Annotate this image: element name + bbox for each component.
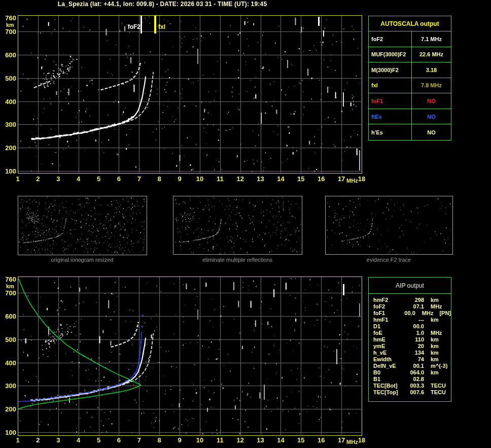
autoscala-row-label: ftEs [369, 109, 412, 124]
aip-unit: m^(-3) [431, 363, 447, 369]
x-tick-label: 5 [93, 175, 105, 183]
x-tick-label: 13 [255, 175, 267, 183]
foF2-marker-label: foF2 [125, 23, 141, 30]
y-tick-label: 400 [1, 98, 16, 106]
x-tick-label: 8 [153, 175, 165, 183]
aip-value: 110 [407, 336, 424, 343]
aip-row-h-ve: h_vE134km [369, 350, 451, 356]
x-tick-label: 1 [12, 436, 24, 444]
aip-row-fof1: foF100.0MHz[PN] [369, 310, 451, 317]
aip-row-hmf2: hmF2298km [369, 297, 451, 303]
x-axis-unit-label: MHz [346, 439, 358, 445]
aip-unit: MHz [431, 303, 442, 310]
aip-extra: [PN] [439, 310, 451, 317]
aip-row-d1: D100.0 [369, 323, 451, 330]
x-tick-label: 8 [153, 436, 165, 444]
autoscala-row-fxi: fxI7.8 MHz [369, 78, 451, 94]
aip-unit: km [431, 336, 439, 343]
aip-label: hmE [373, 336, 407, 343]
y-tick-label: 700 [1, 289, 16, 297]
x-tick-label: 3 [52, 175, 64, 183]
aip-value: 064.0 [407, 369, 424, 376]
x-tick-label: 6 [113, 175, 125, 183]
x-tick-label: 14 [274, 436, 287, 444]
autoscala-row-value: NO [412, 93, 451, 109]
y-axis-unit-label: km [6, 22, 14, 28]
autoscala-row-m-3000-f2: M(3000)F23.18 [369, 62, 451, 78]
aip-value: 003.3 [407, 383, 424, 389]
aip-unit: TECU [431, 389, 446, 396]
autoscala-row-label: M(3000)F2 [369, 62, 412, 78]
autoscala-row-h-es: h'EsNO [369, 124, 451, 140]
y-tick-label: 600 [1, 313, 16, 320]
y-tick-label: 760 [1, 14, 16, 22]
aip-value: --- [407, 317, 424, 323]
autoscala-row-value: 3.18 [412, 62, 451, 78]
autoscala-row-value: NO [412, 124, 451, 140]
x-tick-label: 10 [194, 175, 206, 183]
autoscala-output-table: AUTOSCALA output foF27.1 MHzMUF(3000)F22… [368, 16, 451, 141]
aip-value: 134 [407, 350, 424, 356]
x-tick-label: 10 [194, 436, 206, 444]
autoscala-row-fof1: foF1NO [369, 93, 451, 109]
aip-label: foF2 [373, 303, 407, 310]
y-tick-label: 500 [1, 336, 16, 343]
x-tick-label: 17 [335, 436, 347, 444]
aip-row-b0: B0064.0km [369, 369, 451, 376]
aip-table-rows: hmF2298kmfoF207.1MHzfoF100.0MHz[PN]hmF1-… [369, 294, 451, 396]
x-tick-label: 11 [214, 436, 226, 444]
thumbnail-caption-eliminate: eliminate multiple reflections [173, 257, 302, 263]
aip-label: ymE [373, 343, 407, 350]
aip-unit: km [431, 369, 439, 376]
aip-row-tec-top-: TEC[Top]007.6TECU [369, 389, 451, 396]
aip-row-hmf1: hmF1---km [369, 317, 451, 323]
x-tick-label: 17 [335, 175, 347, 183]
aip-output-table: AIP output hmF2298kmfoF207.1MHzfoF100.0M… [368, 277, 451, 402]
x-tick-label: 14 [274, 175, 287, 183]
aip-label: TEC[Bot] [373, 383, 407, 389]
aip-label: hmF2 [373, 297, 407, 303]
x-tick-label: 2 [32, 436, 44, 444]
autoscala-row-label: MUF(3000)F2 [369, 47, 412, 62]
x-tick-label: 9 [173, 175, 186, 183]
aip-row-yme: ymE20km [369, 343, 451, 350]
aip-label: B0 [373, 369, 407, 376]
x-tick-label: 3 [52, 436, 64, 444]
x-tick-label: 6 [113, 436, 125, 444]
x-tick-label: 9 [173, 436, 186, 444]
autoscala-row-value: 22.6 MHz [412, 47, 451, 62]
x-tick-label: 15 [295, 436, 307, 444]
x-tick-label: 5 [93, 436, 105, 444]
aip-unit: km [431, 317, 439, 323]
aip-label: hmF1 [373, 317, 407, 323]
aip-value: 20 [407, 343, 424, 350]
aip-table-title: AIP output [369, 278, 451, 294]
x-tick-label: 12 [234, 175, 247, 183]
autoscala-row-value: 7.1 MHz [412, 31, 451, 47]
y-tick-label: 300 [1, 121, 16, 128]
aip-value: 298 [407, 297, 424, 303]
x-tick-label: 7 [133, 175, 145, 183]
y-tick-label: 300 [1, 382, 16, 390]
autoscala-row-value: 7.8 MHz [412, 78, 451, 93]
autoscala-row-label: foF1 [369, 93, 412, 109]
station-title: La_Spezia (lat: +44.1, lon: 009.8) - DAT… [0, 1, 325, 8]
aip-value: 07.1 [407, 303, 424, 310]
aip-label: B1 [373, 376, 407, 383]
autoscala-row-ftes: ftEsNO [369, 109, 451, 125]
x-axis-unit-label: MHz [346, 178, 358, 184]
aip-value: 00.1 [407, 363, 424, 369]
x-tick-label: 2 [32, 175, 44, 183]
y-tick-label: 400 [1, 359, 16, 367]
x-tick-label: 7 [133, 436, 145, 444]
autoscala-row-label: foF2 [369, 31, 412, 47]
aip-unit: km [431, 297, 439, 303]
aip-label: TEC[Top] [373, 389, 407, 396]
x-tick-label: 16 [315, 436, 327, 444]
aip-unit: MHz [431, 330, 442, 336]
autoscala-row-muf-3000-f2: MUF(3000)F222.6 MHz [369, 47, 451, 63]
aip-row-ewidth: Ewidth74km [369, 356, 451, 363]
autoscala-row-label: fxI [369, 78, 412, 93]
aip-unit: TECU [431, 383, 446, 389]
aip-row-fof2: foF207.1MHz [369, 303, 451, 310]
